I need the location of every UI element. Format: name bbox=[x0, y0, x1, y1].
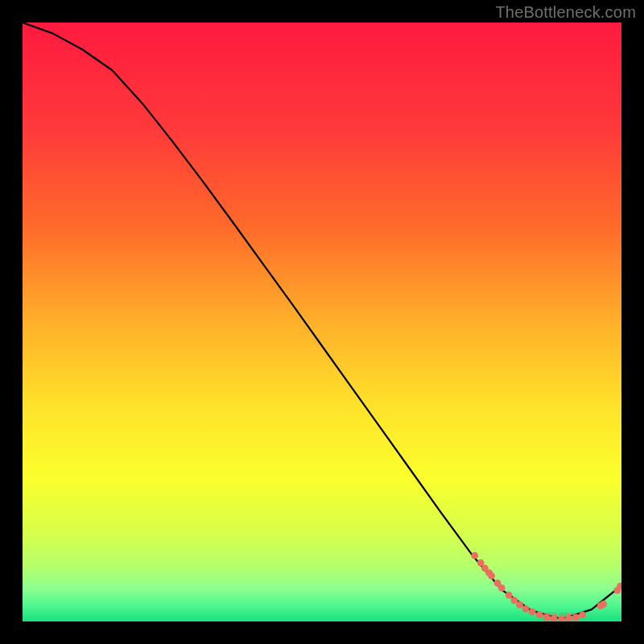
data-marker bbox=[498, 584, 506, 592]
data-marker bbox=[522, 605, 530, 613]
data-marker bbox=[471, 552, 478, 559]
data-marker bbox=[506, 592, 513, 599]
watermark-text: TheBottleneck.com bbox=[495, 3, 636, 22]
data-marker bbox=[600, 601, 607, 608]
data-marker bbox=[579, 611, 586, 618]
gradient-background bbox=[23, 23, 621, 621]
data-marker bbox=[516, 601, 523, 609]
bottleneck-chart: NVIDIA GRID bbox=[23, 23, 621, 621]
chart-stage: TheBottleneck.com NVIDIA GRID bbox=[0, 0, 644, 644]
plot-area: NVIDIA GRID bbox=[23, 23, 621, 621]
data-marker bbox=[529, 609, 536, 616]
data-marker bbox=[488, 572, 495, 580]
marker-label: NVIDIA GRID bbox=[537, 612, 574, 617]
